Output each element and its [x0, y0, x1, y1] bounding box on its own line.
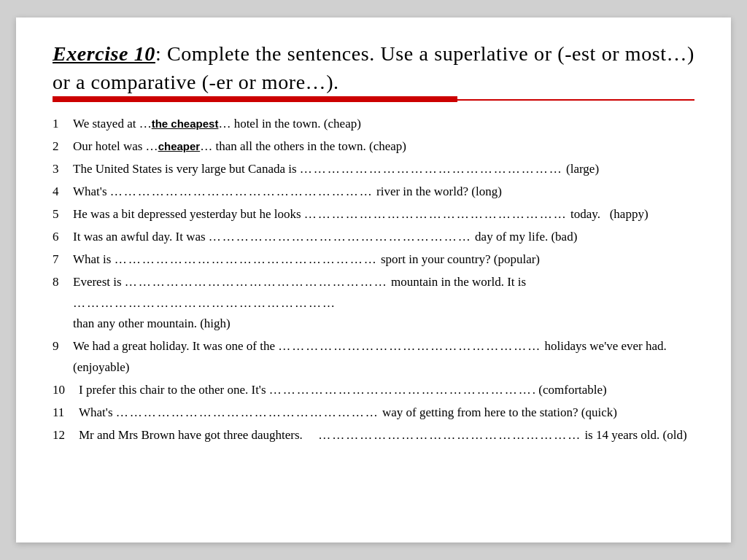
item-number: 9: [53, 336, 73, 357]
item-number: 6: [53, 227, 73, 248]
sentence-text: We had a great holiday. It was one of th…: [73, 336, 694, 378]
list-item: 2 Our hotel was …cheaper… than all the o…: [53, 136, 694, 158]
sentence-text: I prefer this chair to the other one. It…: [79, 380, 694, 401]
sentence-text: Our hotel was …cheaper… than all the oth…: [73, 136, 694, 158]
exercise-title: Exercise 10: Complete the sentences. Use…: [53, 39, 694, 96]
item-number: 7: [53, 249, 73, 271]
item-number: 5: [53, 204, 73, 225]
list-item: 1 We stayed at …the cheapest… hotel in t…: [53, 114, 694, 135]
sentence-text: Everest is ………………………………………………… mountain …: [73, 272, 694, 335]
item-number: 8: [53, 272, 73, 293]
sentence-text: It was an awful day. It was …………………………………: [73, 227, 694, 248]
sentence-text: What's ………………………………………………… way of gettin…: [79, 402, 694, 424]
list-item: 12 Mr and Mrs Brown have got three daugh…: [53, 425, 694, 446]
item-number: 1: [53, 114, 73, 135]
answer: the cheapest: [152, 117, 219, 130]
list-item: 9 We had a great holiday. It was one of …: [53, 336, 694, 378]
list-item: 5 He was a bit depressed yesterday but h…: [53, 204, 694, 225]
sentences-list: 1 We stayed at …the cheapest… hotel in t…: [53, 114, 694, 446]
list-item: 6 It was an awful day. It was ……………………………: [53, 227, 694, 248]
divider: [53, 96, 694, 102]
list-item: 4 What's ………………………………………………… river in th…: [53, 182, 694, 203]
sentence-text: Mr and Mrs Brown have got three daughter…: [79, 425, 694, 446]
item-number: 4: [53, 182, 73, 203]
sentence-text: He was a bit depressed yesterday but he …: [73, 204, 694, 225]
list-item: 11 What's ………………………………………………… way of get…: [53, 402, 694, 424]
item-number: 11: [53, 402, 79, 424]
list-item: 8 Everest is ………………………………………………… mountai…: [53, 272, 694, 335]
item-number: 3: [53, 159, 73, 180]
answer: cheaper: [158, 140, 201, 152]
item-number: 10: [53, 380, 79, 401]
sentence-text: What's ………………………………………………… river in the …: [73, 182, 694, 203]
sentence-text: What is ………………………………………………… sport in you…: [73, 249, 694, 271]
item-number: 2: [53, 136, 73, 158]
exercise-label: Exercise 10: [53, 42, 155, 65]
list-item: 3 The United States is very large but Ca…: [53, 159, 694, 180]
item-number: 12: [53, 425, 79, 446]
list-item: 10 I prefer this chair to the other one.…: [53, 380, 694, 401]
colon: :: [155, 42, 161, 65]
slide-container: Exercise 10: Complete the sentences. Use…: [16, 18, 731, 542]
red-line: [53, 99, 694, 101]
list-item: 7 What is ………………………………………………… sport in y…: [53, 249, 694, 271]
sentence-text: We stayed at …the cheapest… hotel in the…: [73, 114, 694, 135]
sentence-text: The United States is very large but Cana…: [73, 159, 694, 180]
